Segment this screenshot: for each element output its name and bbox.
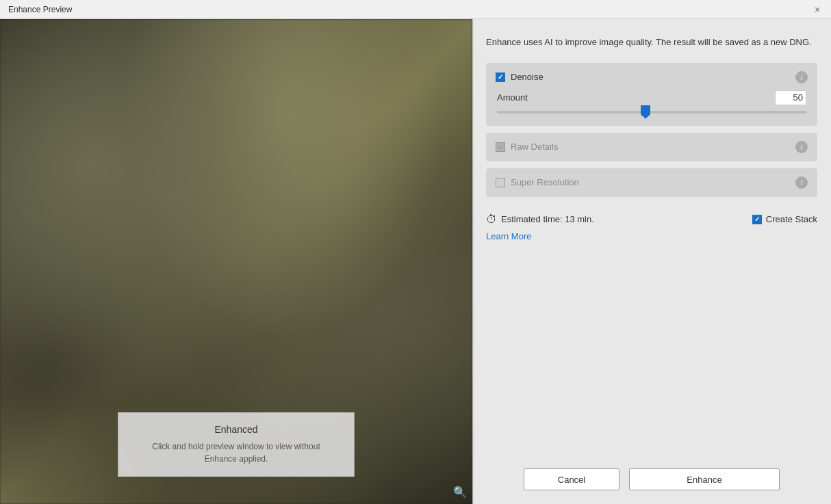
denoise-slider-container xyxy=(496,111,808,114)
denoise-card: Denoise i Amount 50 xyxy=(486,63,817,126)
estimated-row: ⏱ Estimated time: 13 min. Create Stack xyxy=(486,213,817,226)
denoise-label: Denoise xyxy=(511,72,544,82)
denoise-info-icon[interactable]: i xyxy=(795,71,808,83)
raw-details-info-icon[interactable]: i xyxy=(795,141,808,153)
denoise-left: Denoise xyxy=(496,72,544,82)
description-text: Enhance uses AI to improve image quality… xyxy=(486,36,817,49)
denoise-slider-track[interactable] xyxy=(497,111,806,114)
learn-more-link[interactable]: Learn More xyxy=(486,231,817,241)
create-stack-checkbox[interactable] xyxy=(752,215,762,224)
amount-label: Amount xyxy=(497,92,528,103)
super-resolution-card: Super Resolution i xyxy=(486,168,817,197)
denoise-checkbox[interactable] xyxy=(496,72,505,82)
denoise-slider-fill xyxy=(497,111,652,114)
buttons-row: Cancel Enhance xyxy=(486,468,817,490)
raw-details-card: Raw Details i xyxy=(486,133,817,161)
raw-details-checkbox[interactable] xyxy=(496,142,505,152)
cancel-button[interactable]: Cancel xyxy=(524,468,619,490)
raw-details-header: Raw Details i xyxy=(496,141,808,153)
raw-details-label: Raw Details xyxy=(511,142,558,152)
denoise-slider-thumb[interactable] xyxy=(641,105,650,119)
preview-panel: Enhanced Click and hold preview window t… xyxy=(0,19,472,504)
super-resolution-checkbox[interactable] xyxy=(496,178,505,187)
window-title: Enhance Preview xyxy=(8,5,72,14)
enhanced-description: Click and hold preview window to view wi… xyxy=(140,440,333,465)
controls-panel: Enhance uses AI to improve image quality… xyxy=(472,19,831,504)
estimated-text: Estimated time: 13 min. xyxy=(501,214,594,224)
super-resolution-header: Super Resolution i xyxy=(496,176,808,189)
super-resolution-label: Super Resolution xyxy=(511,177,579,187)
zoom-icon[interactable]: 🔍 xyxy=(453,486,467,499)
content-area: Enhanced Click and hold preview window t… xyxy=(0,19,831,504)
close-button[interactable]: × xyxy=(812,4,823,15)
raw-details-left: Raw Details xyxy=(496,142,558,152)
timer-icon: ⏱ xyxy=(486,213,497,226)
create-stack-row: Create Stack xyxy=(752,214,817,224)
amount-row: Amount 50 xyxy=(496,90,808,105)
estimated-left: ⏱ Estimated time: 13 min. xyxy=(486,213,594,226)
enhance-button[interactable]: Enhance xyxy=(629,468,780,490)
enhance-preview-window: Enhance Preview × Enhanced Click and hol… xyxy=(0,0,831,504)
title-bar: Enhance Preview × xyxy=(0,0,831,19)
enhanced-label: Enhanced xyxy=(140,424,333,435)
super-resolution-info-icon[interactable]: i xyxy=(795,176,808,189)
denoise-header: Denoise i xyxy=(496,71,808,83)
super-resolution-left: Super Resolution xyxy=(496,177,579,187)
preview-overlay: Enhanced Click and hold preview window t… xyxy=(118,412,355,477)
amount-value[interactable]: 50 xyxy=(775,90,806,105)
create-stack-label: Create Stack xyxy=(766,214,817,224)
